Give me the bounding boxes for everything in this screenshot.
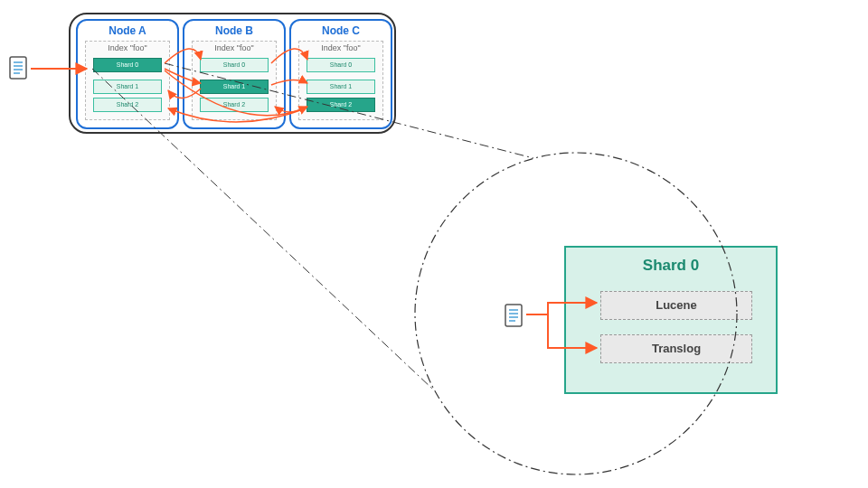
- index-box: Index "foo" Shard 0 Shard 1 Shard 2: [192, 41, 277, 120]
- node-a: Node A Index "foo" Shard 0 Shard 1 Shard…: [76, 19, 179, 129]
- shard-c-2: Shard 2: [307, 98, 375, 112]
- cluster-box: Node A Index "foo" Shard 0 Shard 1 Shard…: [69, 13, 396, 134]
- shard-a-1: Shard 1: [93, 80, 162, 94]
- shard-detail-box: Shard 0 Lucene Translog: [564, 246, 778, 394]
- shard-a-0: Shard 0: [93, 58, 162, 72]
- node-title: Node B: [184, 24, 284, 37]
- shard-a-2: Shard 2: [93, 98, 162, 112]
- shard-c-0: Shard 0: [307, 58, 375, 72]
- shard-c-1: Shard 1: [307, 80, 375, 94]
- node-title: Node A: [78, 24, 177, 37]
- shard-b-2: Shard 2: [200, 98, 269, 112]
- document-icon: [7, 55, 29, 80]
- svg-rect-5: [505, 305, 522, 326]
- translog-box: Translog: [600, 334, 752, 363]
- shard-b-0: Shard 0: [200, 58, 269, 72]
- index-label: Index "foo": [193, 43, 276, 52]
- index-label: Index "foo": [86, 43, 169, 52]
- shard-b-1: Shard 1: [200, 80, 269, 94]
- index-box: Index "foo" Shard 0 Shard 1 Shard 2: [298, 41, 383, 120]
- shard-detail-title: Shard 0: [566, 257, 776, 275]
- lucene-box: Lucene: [600, 291, 752, 320]
- node-title: Node C: [291, 24, 391, 37]
- svg-rect-0: [10, 57, 26, 79]
- index-label: Index "foo": [299, 43, 382, 52]
- node-c: Node C Index "foo" Shard 0 Shard 1 Shard…: [289, 19, 392, 129]
- node-b: Node B Index "foo" Shard 0 Shard 1 Shard…: [183, 19, 286, 129]
- index-box: Index "foo" Shard 0 Shard 1 Shard 2: [85, 41, 170, 120]
- document-icon: [503, 303, 524, 328]
